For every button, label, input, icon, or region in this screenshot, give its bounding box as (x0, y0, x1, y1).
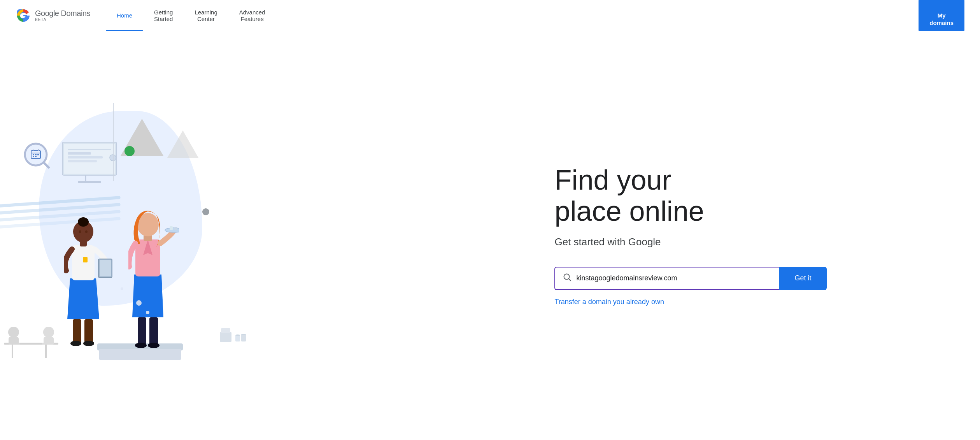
svg-rect-21 (68, 160, 97, 162)
deco-circle-3 (121, 287, 123, 290)
deco-circle-2 (146, 311, 149, 314)
hero-subheadline: Get started with Google (554, 236, 957, 248)
hero-headline: Find your place online (554, 165, 957, 226)
domain-search-input[interactable] (576, 274, 771, 282)
svg-line-62 (569, 279, 571, 281)
svg-line-13 (44, 163, 49, 167)
hero-illustration (0, 99, 539, 372)
svg-rect-15 (64, 144, 115, 174)
svg-rect-8 (37, 154, 39, 155)
svg-rect-39 (84, 319, 93, 343)
my-domains-button[interactable]: My domains (919, 0, 964, 32)
logo-area: Google Domains BETA (16, 8, 90, 23)
gray-dot (202, 208, 209, 215)
svg-rect-59 (170, 226, 173, 230)
counter-items (218, 320, 249, 344)
svg-point-37 (241, 334, 246, 335)
search-box (554, 267, 779, 290)
search-icon (563, 273, 572, 283)
logo-name: Google Domains (35, 9, 90, 17)
svg-point-54 (148, 343, 160, 348)
hero-content: Find your place online Get started with … (539, 141, 980, 329)
svg-rect-38 (73, 319, 81, 343)
triangle-2 (167, 130, 198, 158)
deco-circle-1 (136, 300, 142, 306)
svg-rect-60 (174, 227, 177, 230)
search-row: Get it (554, 267, 827, 290)
svg-rect-25 (45, 345, 47, 358)
svg-rect-32 (220, 332, 231, 342)
magnifier-icon (19, 138, 58, 177)
svg-rect-43 (83, 257, 88, 262)
svg-rect-31 (42, 343, 54, 345)
nav-item-home[interactable]: Home (106, 0, 143, 31)
header: Google Domains BETA Home Getting Started… (0, 0, 980, 31)
person-2 (128, 204, 179, 352)
svg-point-47 (79, 230, 81, 233)
person-1 (64, 210, 115, 350)
google-logo-icon (16, 8, 31, 23)
svg-rect-35 (241, 334, 246, 341)
green-dot (124, 146, 135, 156)
svg-rect-34 (235, 335, 240, 341)
svg-point-53 (135, 343, 147, 348)
svg-point-36 (235, 334, 240, 336)
svg-rect-30 (9, 343, 20, 345)
get-it-button[interactable]: Get it (779, 267, 827, 290)
svg-rect-19 (68, 152, 91, 155)
nav-item-advanced-features[interactable]: Advanced Features (228, 0, 276, 31)
svg-rect-42 (72, 245, 95, 280)
svg-point-28 (43, 327, 54, 338)
svg-point-48 (85, 230, 88, 233)
svg-rect-10 (35, 156, 37, 157)
logo-beta: BETA (35, 18, 90, 22)
svg-rect-9 (33, 156, 34, 157)
logo-text: Google Domains BETA (35, 9, 90, 22)
svg-rect-20 (68, 156, 103, 158)
svg-rect-51 (138, 317, 146, 345)
svg-rect-24 (12, 345, 13, 358)
nav-item-getting-started[interactable]: Getting Started (143, 0, 184, 31)
transfer-domain-link[interactable]: Transfer a domain you already own (554, 298, 664, 306)
svg-rect-2 (23, 15, 27, 16)
svg-point-40 (70, 341, 81, 346)
svg-rect-50 (100, 260, 111, 276)
svg-rect-17 (78, 181, 101, 183)
svg-rect-52 (149, 317, 158, 345)
main-nav: Home Getting Started Learning Center Adv… (106, 0, 919, 31)
svg-rect-7 (35, 154, 37, 155)
vert-line (113, 103, 114, 181)
svg-point-41 (83, 341, 94, 346)
main-content: Find your place online Get started with … (0, 31, 980, 440)
svg-point-26 (8, 327, 19, 338)
svg-rect-33 (221, 328, 230, 333)
monitor-icon (58, 138, 128, 185)
nav-item-learning-center[interactable]: Learning Center (184, 0, 228, 31)
svg-point-46 (78, 217, 89, 227)
svg-rect-6 (33, 154, 34, 155)
